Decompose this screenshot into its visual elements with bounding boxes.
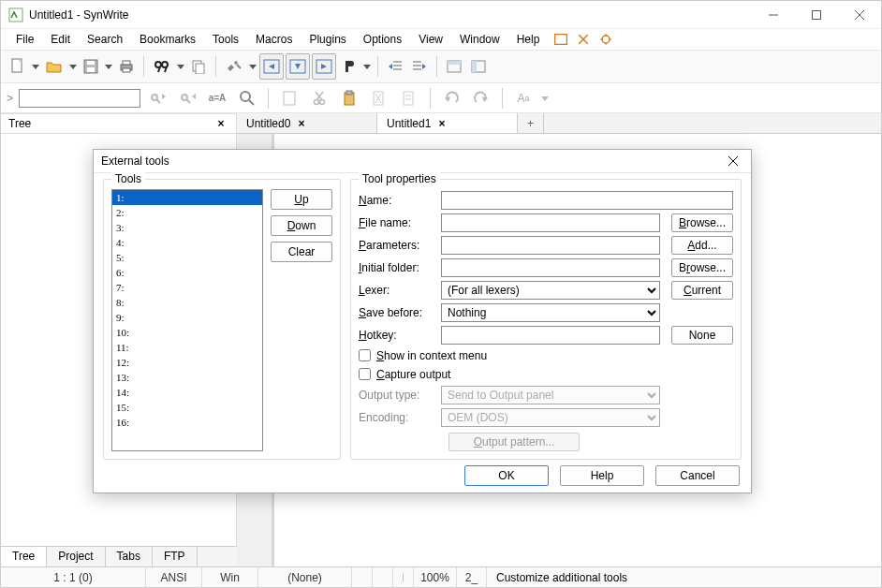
status-tabsize[interactable]: 2_ [457, 567, 487, 587]
undo-button[interactable] [438, 85, 464, 111]
hotkey-input[interactable] [441, 326, 660, 345]
open-file-dropdown[interactable] [68, 63, 78, 70]
tool-item[interactable]: 1: [112, 190, 262, 205]
menu-options[interactable]: Options [356, 31, 409, 48]
save-button[interactable] [80, 53, 102, 80]
status-encoding[interactable]: ANSI [146, 567, 202, 587]
current-lexer-button[interactable]: Current [671, 281, 733, 300]
tools-dropdown[interactable] [248, 63, 257, 70]
tab-add-button[interactable]: + [518, 113, 544, 133]
bottom-tab-project[interactable]: Project [47, 547, 105, 566]
bottom-tab-tabs[interactable]: Tabs [106, 547, 153, 566]
add-param-button[interactable]: Add... [671, 236, 733, 255]
case-button[interactable]: a=A [204, 85, 230, 111]
menu-ext1-icon[interactable] [552, 34, 569, 45]
tab-close-icon[interactable]: × [298, 117, 304, 130]
name-input[interactable] [441, 191, 733, 210]
cancel-button[interactable]: Cancel [655, 465, 740, 486]
tools-button[interactable] [222, 53, 246, 80]
tab-close-icon[interactable]: × [438, 117, 445, 130]
find-dropdown[interactable] [176, 63, 185, 70]
redo-button[interactable] [468, 85, 494, 111]
menu-macros[interactable]: Macros [248, 31, 300, 48]
tool-item[interactable]: 3: [112, 220, 262, 235]
font-dropdown[interactable] [540, 95, 550, 102]
nonprint-button[interactable] [338, 53, 360, 80]
tool-item[interactable]: 5: [112, 250, 262, 265]
show-context-checkbox[interactable] [359, 349, 371, 361]
menu-plugins[interactable]: Plugins [301, 31, 353, 48]
sync-left-button[interactable] [259, 53, 284, 80]
nonprint-dropdown[interactable] [362, 63, 372, 70]
menu-ext3-icon[interactable] [597, 34, 614, 45]
new-file-button[interactable] [7, 53, 29, 80]
status-sel-icon[interactable] [393, 567, 414, 587]
tool-item[interactable]: 12: [112, 355, 262, 370]
file-input[interactable] [441, 213, 660, 232]
status-lock-icon[interactable] [352, 567, 373, 587]
find-prev-button[interactable] [144, 85, 170, 111]
down-button[interactable]: Down [271, 215, 332, 236]
cut-button[interactable] [306, 85, 332, 111]
tool-item[interactable]: 10: [112, 325, 262, 340]
tool-item[interactable]: 9: [112, 310, 262, 325]
up-button[interactable]: Up [271, 189, 332, 210]
bottom-tab-ftp[interactable]: FTP [153, 547, 198, 566]
paste-button[interactable] [276, 85, 302, 111]
menu-file[interactable]: File [8, 31, 41, 48]
tool-item[interactable]: 2: [112, 205, 262, 220]
lexer-select[interactable]: (For all lexers) [441, 281, 660, 300]
search-zoom-button[interactable] [234, 85, 260, 111]
menu-bookmarks[interactable]: Bookmarks [132, 31, 203, 48]
tab-untitled1[interactable]: Untitled1 × [377, 113, 518, 133]
tools-list[interactable]: 1: 2: 3: 4: 5: 6: 7: 8: 9: 10: 11: 12: 1… [111, 189, 263, 451]
tool-item[interactable]: 14: [112, 385, 262, 400]
tool-item[interactable]: 11: [112, 340, 262, 355]
new-file-dropdown[interactable] [31, 63, 40, 70]
menu-help[interactable]: Help [509, 31, 548, 48]
menu-tools[interactable]: Tools [205, 31, 246, 48]
panel1-button[interactable] [443, 53, 465, 80]
tool-item[interactable]: 16: [112, 415, 262, 430]
status-zoom[interactable]: 100% [414, 567, 457, 587]
open-file-button[interactable] [42, 53, 66, 80]
tool-item[interactable]: 15: [112, 400, 262, 415]
panel2-button[interactable] [467, 53, 490, 80]
menu-ext2-icon[interactable] [575, 35, 592, 44]
del2-button[interactable] [396, 85, 422, 111]
clear-button[interactable]: Clear [271, 242, 332, 262]
maximize-button[interactable] [795, 1, 838, 29]
tab-untitled0[interactable]: Untitled0 × [237, 113, 377, 133]
font-button[interactable]: Aa [510, 85, 537, 111]
sync-right-button[interactable] [312, 53, 336, 80]
tool-item[interactable]: 6: [112, 265, 262, 280]
tool-item[interactable]: 13: [112, 370, 262, 385]
print-button[interactable] [115, 53, 138, 80]
hotkey-none-button[interactable]: None [671, 326, 733, 345]
savebefore-select[interactable]: Nothing [441, 303, 660, 322]
help-button[interactable]: Help [560, 465, 644, 486]
indent-button[interactable] [408, 53, 431, 80]
del1-button[interactable] [366, 85, 392, 111]
copy-button[interactable] [187, 53, 210, 80]
menu-edit[interactable]: Edit [43, 31, 78, 48]
sync-down-button[interactable] [286, 53, 310, 80]
unindent-button[interactable] [384, 53, 406, 80]
find-next-button[interactable] [174, 85, 200, 111]
dialog-close-button[interactable] [723, 151, 743, 171]
find-button[interactable] [150, 53, 174, 80]
save-dropdown[interactable] [104, 63, 113, 70]
tool-item[interactable]: 8: [112, 295, 262, 310]
browse-file-button[interactable]: Browse... [671, 213, 733, 232]
ok-button[interactable]: OK [464, 465, 549, 486]
menu-view[interactable]: View [411, 31, 450, 48]
menu-search[interactable]: Search [80, 31, 130, 48]
status-lexer[interactable]: (None) [258, 567, 352, 587]
close-button[interactable] [838, 1, 881, 29]
status-lineend[interactable]: Win [202, 567, 258, 587]
menu-window[interactable]: Window [452, 31, 507, 48]
tree-panel-close[interactable]: × [213, 117, 228, 130]
status-wrap-icon[interactable] [373, 567, 393, 587]
clipboard-button[interactable] [336, 85, 362, 111]
params-input[interactable] [441, 236, 660, 255]
